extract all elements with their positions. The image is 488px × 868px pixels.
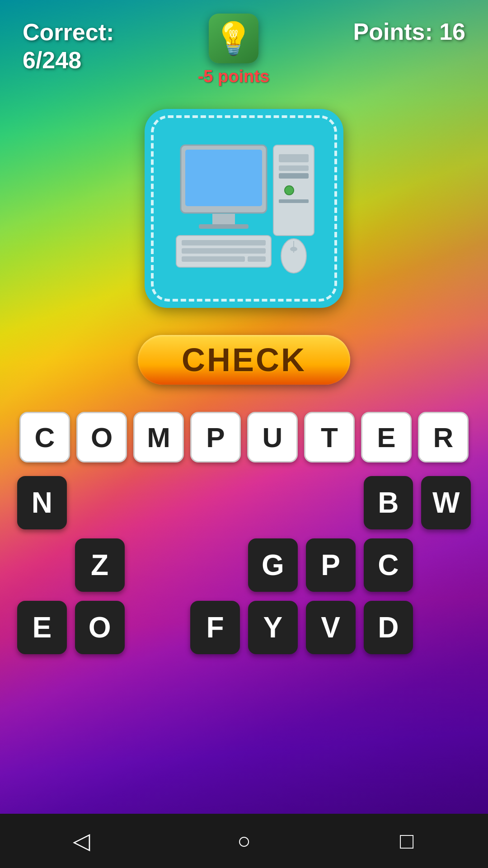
answer-tile[interactable]: M — [133, 412, 184, 462]
available-tile[interactable]: O — [75, 601, 125, 654]
answer-tile[interactable]: U — [247, 412, 298, 462]
nav-bar: ◁ ○ □ — [0, 814, 488, 868]
svg-rect-14 — [248, 256, 266, 262]
recents-icon: □ — [400, 828, 413, 854]
image-card — [145, 109, 343, 308]
tile-row: ZGPC — [9, 538, 479, 592]
svg-rect-1 — [185, 150, 262, 206]
svg-point-8 — [285, 186, 294, 195]
home-button[interactable]: ○ — [221, 823, 267, 859]
answer-tile[interactable]: C — [19, 412, 70, 462]
available-tile[interactable]: E — [17, 601, 67, 654]
hint-button[interactable]: 💡 — [209, 14, 258, 63]
available-tile[interactable]: Y — [248, 601, 298, 654]
svg-rect-5 — [279, 154, 309, 162]
answer-tile[interactable]: R — [418, 412, 469, 462]
available-tile[interactable]: Z — [75, 538, 125, 592]
available-tile[interactable]: W — [421, 476, 471, 529]
back-icon: ◁ — [73, 828, 90, 854]
svg-rect-13 — [182, 256, 245, 262]
available-tile[interactable]: C — [364, 538, 413, 592]
answer-tile[interactable]: E — [361, 412, 412, 462]
tile-row: EOFYVD — [9, 601, 479, 654]
tile-row: NBW — [9, 476, 479, 529]
answer-tile[interactable]: T — [304, 412, 355, 462]
points-score: Points: 16 — [353, 18, 466, 45]
available-tile[interactable]: D — [364, 601, 413, 654]
available-tile[interactable]: B — [364, 476, 413, 529]
svg-rect-2 — [212, 214, 235, 225]
svg-rect-7 — [279, 173, 309, 179]
recents-button[interactable]: □ — [384, 823, 429, 859]
available-tile[interactable]: G — [248, 538, 298, 592]
back-button[interactable]: ◁ — [59, 823, 104, 859]
svg-rect-3 — [199, 224, 249, 229]
available-tile[interactable]: F — [190, 601, 240, 654]
hint-area[interactable]: 💡 -5 points — [198, 14, 269, 86]
available-tile[interactable]: V — [306, 601, 356, 654]
available-tiles: NBWZGPCEOFYVD — [0, 476, 488, 654]
available-tile[interactable]: P — [306, 538, 356, 592]
header: Correct: 6/248 💡 -5 points Points: 16 — [0, 0, 488, 95]
hint-cost: -5 points — [198, 67, 269, 86]
answer-tile[interactable]: P — [190, 412, 241, 462]
answer-tile[interactable]: O — [76, 412, 127, 462]
home-icon: ○ — [237, 828, 251, 854]
svg-rect-9 — [279, 199, 309, 203]
svg-rect-12 — [182, 248, 266, 254]
bulb-icon: 💡 — [214, 23, 253, 54]
correct-score: Correct: 6/248 — [23, 18, 114, 75]
check-button[interactable]: CHECK — [138, 335, 350, 385]
svg-rect-11 — [182, 240, 266, 245]
answer-tiles: COMPUTER — [19, 412, 469, 462]
svg-rect-6 — [279, 165, 309, 171]
computer-image — [172, 141, 316, 276]
available-tile[interactable]: N — [17, 476, 67, 529]
svg-point-17 — [290, 247, 297, 251]
